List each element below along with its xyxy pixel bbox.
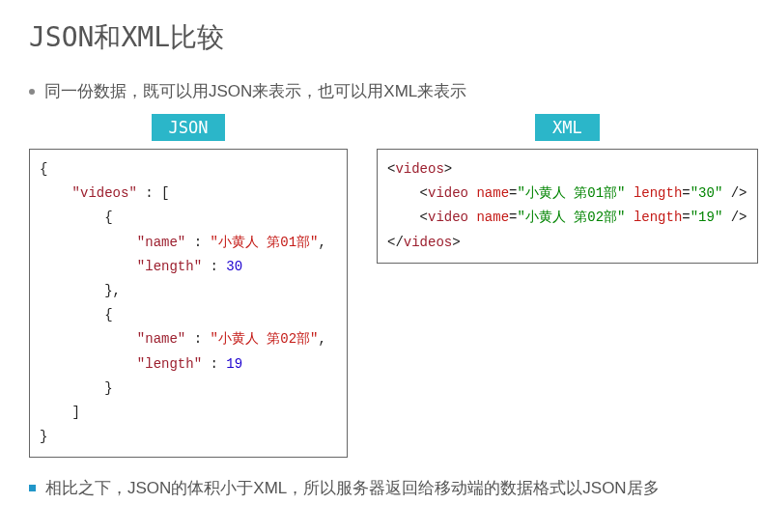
bullet-dot-icon	[29, 89, 35, 95]
bullet-text-1: 同一份数据，既可以用JSON来表示，也可以用XML来表示	[44, 80, 466, 102]
json-tag: JSON	[152, 114, 226, 141]
xml-column: XML <videos> <video name="小黄人 第01部" leng…	[377, 114, 758, 458]
bullet-item-1: 同一份数据，既可以用JSON来表示，也可以用XML来表示	[29, 80, 732, 102]
xml-code-box: <videos> <video name="小黄人 第01部" length="…	[377, 149, 758, 264]
json-code-box: { "videos" : [ { "name" : "小黄人 第01部", "l…	[29, 149, 348, 458]
bullet-square-icon	[29, 485, 36, 491]
bullet-text-2: 相比之下，JSON的体积小于XML，所以服务器返回给移动端的数据格式以JSON居…	[45, 477, 660, 499]
json-column: JSON { "videos" : [ { "name" : "小黄人 第01部…	[29, 114, 348, 458]
page-title: JSON和XML比较	[29, 19, 732, 56]
bullet-item-2: 相比之下，JSON的体积小于XML，所以服务器返回给移动端的数据格式以JSON居…	[29, 477, 732, 499]
xml-tag: XML	[535, 114, 600, 141]
